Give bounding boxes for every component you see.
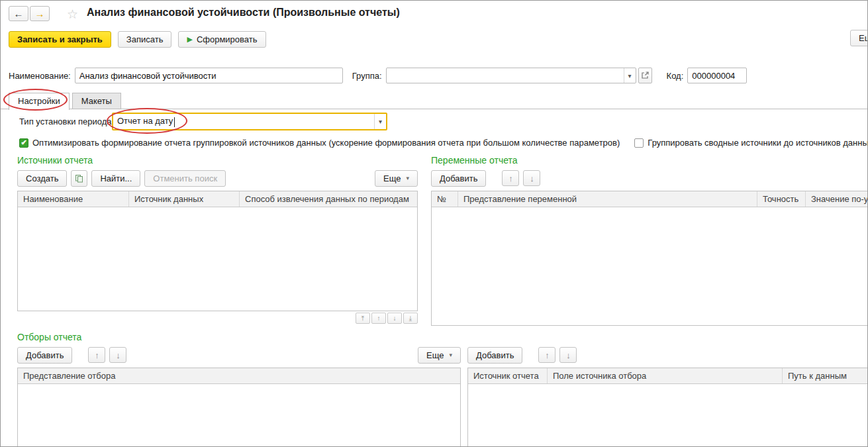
column-header[interactable]: Наименование: [18, 191, 129, 207]
filters-table-body[interactable]: [18, 384, 460, 447]
save-button[interactable]: Записать: [118, 31, 172, 48]
filters-more-button[interactable]: Еще ▾: [418, 347, 461, 364]
tab-layouts[interactable]: Макеты: [72, 93, 121, 109]
save-close-button[interactable]: Записать и закрыть: [9, 31, 111, 48]
move-down-button[interactable]: ↓: [387, 313, 402, 324]
sources-more-label: Еще: [383, 174, 401, 183]
checkbox-unchecked-icon: [634, 138, 644, 148]
variables-table-body[interactable]: [432, 207, 868, 325]
fields-row: Наименование: Группа: ▾ Код:: [1, 67, 867, 84]
text-caret: [174, 117, 175, 127]
name-label: Наименование:: [9, 71, 71, 81]
move-up-icon: ↑: [377, 315, 381, 322]
optimize-grouping-label: Оптимизировать формирование отчета групп…: [32, 138, 620, 148]
filters-more-label: Еще: [426, 350, 444, 360]
forward-arrow-icon: →: [35, 8, 45, 19]
filters-table: Представление отбора: [17, 368, 461, 447]
move-bottom-icon: ⤓: [409, 315, 412, 323]
move-down-icon: ↓: [116, 350, 121, 360]
favorite-star-icon[interactable]: ☆: [67, 7, 78, 22]
code-label: Код:: [667, 71, 684, 81]
variable-down-button[interactable]: ↓: [523, 170, 540, 186]
filter-paths-table-header: Источник отчета Поле источника отбора Пу…: [468, 368, 868, 384]
column-header[interactable]: Источник данных: [129, 191, 240, 207]
add-filter-button[interactable]: Добавить: [17, 347, 72, 364]
filter-paths-table-body[interactable]: [468, 384, 868, 447]
toolbar-more-button[interactable]: Еще: [850, 30, 868, 46]
group-summary-sources-checkbox[interactable]: Группировать сводные источники до источн…: [634, 138, 868, 148]
column-header[interactable]: Путь к данным: [783, 368, 868, 383]
group-summary-sources-label: Группировать сводные источники до источн…: [648, 138, 868, 148]
optimize-grouping-checkbox[interactable]: ✔ Оптимизировать формирование отчета гру…: [19, 138, 620, 148]
sources-command-bar: Создать Найти... Отменить поиск Еще ▾: [17, 170, 418, 187]
page-title: Анализ финансовой устойчивости (Произвол…: [87, 7, 400, 19]
group-combo[interactable]: ▾: [386, 68, 636, 83]
sources-more-button[interactable]: Еще ▾: [375, 170, 418, 187]
column-header[interactable]: Представление отбора: [18, 368, 460, 383]
move-top-button[interactable]: ⤒: [356, 313, 370, 324]
column-header[interactable]: Точность: [757, 191, 806, 207]
move-down-icon: ↓: [393, 315, 397, 322]
generate-button[interactable]: ▶ Сформировать: [178, 31, 265, 48]
move-up-icon: ↑: [508, 174, 513, 183]
filter-down-button[interactable]: ↓: [109, 347, 126, 363]
period-type-value: Отчет на дату: [113, 116, 179, 126]
column-header[interactable]: Представление переменной: [458, 191, 757, 207]
group-dropdown-button[interactable]: ▾: [624, 68, 636, 83]
move-down-icon: ↓: [566, 350, 571, 360]
period-type-combo[interactable]: Отчет на дату ▾: [112, 113, 387, 130]
column-header[interactable]: Источник отчета: [468, 368, 548, 383]
find-button[interactable]: Найти...: [91, 170, 140, 187]
back-arrow-icon: ←: [14, 8, 24, 19]
column-header[interactable]: №: [432, 191, 458, 207]
sources-table-body[interactable]: [18, 207, 417, 311]
generate-button-label: Сформировать: [197, 34, 258, 44]
forward-button[interactable]: →: [30, 6, 50, 21]
column-header[interactable]: Способ извлечения данных по периодам: [240, 191, 417, 207]
chevron-down-icon: ▾: [406, 175, 409, 181]
variables-table: № Представление переменной Точность Знач…: [431, 191, 868, 326]
sources-table-header: Наименование Источник данных Способ извл…: [18, 191, 417, 207]
chevron-down-icon: ▾: [449, 352, 452, 358]
add-variable-button[interactable]: Добавить: [431, 170, 486, 187]
variables-panel-title: Переменные отчета: [431, 155, 868, 168]
column-header[interactable]: Поле источника отбора: [548, 368, 783, 383]
main-toolbar: Записать и закрыть Записать ▶ Сформирова…: [1, 30, 867, 48]
filter-path-up-button[interactable]: ↑: [538, 347, 555, 363]
create-button[interactable]: Создать: [17, 170, 67, 187]
filter-path-down-button[interactable]: ↓: [559, 347, 577, 363]
period-dropdown-button[interactable]: ▾: [374, 114, 386, 129]
chevron-down-icon: ▾: [379, 118, 382, 125]
sources-panel-title: Источники отчета: [17, 155, 418, 168]
back-button[interactable]: ←: [9, 6, 28, 21]
filters-table-header: Представление отбора: [18, 368, 460, 384]
group-open-button[interactable]: [638, 68, 652, 83]
column-header[interactable]: Значение по-ум: [806, 191, 868, 207]
move-up-icon: ↑: [545, 350, 550, 360]
cancel-search-button[interactable]: Отменить поиск: [144, 170, 226, 187]
copy-button[interactable]: [71, 170, 87, 187]
window-header: ← → ☆ Анализ финансовой устойчивости (Пр…: [1, 1, 867, 27]
tab-settings[interactable]: Настройки: [9, 93, 70, 110]
group-label: Группа:: [352, 71, 382, 81]
code-input[interactable]: [687, 68, 747, 83]
variables-panel: Переменные отчета Добавить ↑ ↓ № Предста…: [431, 155, 868, 326]
move-up-button[interactable]: ↑: [371, 313, 386, 324]
move-up-icon: ↑: [95, 350, 99, 360]
add-filter-path-button[interactable]: Добавить: [467, 347, 522, 364]
move-bottom-button[interactable]: ⤓: [403, 313, 418, 324]
filter-paths-table: Источник отчета Поле источника отбора Пу…: [467, 368, 868, 447]
variable-up-button[interactable]: ↑: [502, 170, 519, 186]
variables-table-header: № Представление переменной Точность Знач…: [432, 191, 868, 207]
generate-play-icon: ▶: [187, 35, 192, 44]
filter-up-button[interactable]: ↑: [88, 347, 105, 363]
sources-panel: Источники отчета Создать Найти... Отмени…: [17, 155, 418, 324]
form-window: ← → ☆ Анализ финансовой устойчивости (Пр…: [0, 0, 868, 447]
sources-table: Наименование Источник данных Способ извл…: [17, 191, 418, 311]
filters-panel: Отборы отчета Добавить ↑ ↓ Еще ▾ Предста…: [17, 332, 461, 447]
tabstrip: Настройки Макеты: [1, 93, 867, 109]
sources-move-bar: ⤒ ↑ ↓ ⤓: [17, 313, 418, 324]
period-type-label: Тип установки периода: [19, 117, 112, 126]
name-input[interactable]: [75, 68, 343, 83]
filter-paths-panel: Добавить ↑ ↓ Источник отчета Поле источн…: [467, 346, 868, 447]
